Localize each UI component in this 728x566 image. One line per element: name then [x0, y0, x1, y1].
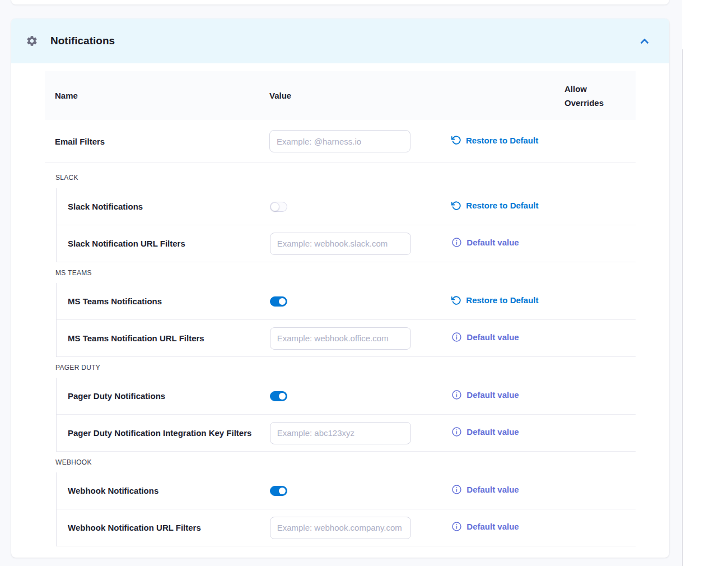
- setting-label: Webhook Notifications: [57, 486, 270, 495]
- action-label: Restore to Default: [466, 201, 538, 210]
- pane-divider: [682, 49, 683, 566]
- webhook-notifications-toggle[interactable]: [270, 486, 287, 496]
- action-label: Default value: [466, 485, 519, 494]
- info-icon: [451, 389, 462, 400]
- setting-label: Slack Notifications: [57, 202, 270, 211]
- setting-row-slack-notifications: Slack Notifications Restore to Default: [57, 188, 636, 225]
- info-icon: [451, 484, 462, 495]
- action-label: Default value: [466, 522, 519, 531]
- default-value-button[interactable]: Default value: [451, 389, 519, 400]
- default-value-button[interactable]: Default value: [451, 426, 519, 437]
- setting-label: MS Teams Notifications: [57, 296, 270, 306]
- restore-to-default-button[interactable]: Restore to Default: [451, 135, 538, 145]
- webhook-url-filters-input[interactable]: [270, 517, 411, 539]
- content-pane: Notifications Name Value Allow Overrides…: [0, 0, 682, 566]
- pager-duty-key-filters-input[interactable]: [270, 422, 411, 444]
- chevron-up-icon: [639, 35, 650, 47]
- default-value-button[interactable]: Default value: [451, 521, 519, 532]
- settings-group-webhook: WEBHOOK Webhook Notifications Default va…: [45, 452, 636, 546]
- info-icon: [451, 332, 462, 342]
- column-header-value: Value: [269, 89, 451, 103]
- slack-notifications-toggle[interactable]: [270, 202, 287, 212]
- setting-label: MS Teams Notification URL Filters: [57, 333, 270, 343]
- action-label: Default value: [466, 238, 519, 247]
- settings-group-pager-duty: PAGER DUTY Pager Duty Notifications Defa…: [45, 357, 636, 452]
- setting-label: Pager Duty Notifications: [57, 391, 270, 401]
- notifications-card: Notifications Name Value Allow Overrides…: [11, 18, 669, 558]
- pager-duty-notifications-toggle[interactable]: [270, 391, 287, 401]
- setting-label: Email Filters: [45, 137, 269, 146]
- email-filters-input[interactable]: [269, 130, 410, 152]
- restore-to-default-button[interactable]: Restore to Default: [451, 295, 538, 305]
- default-value-button[interactable]: Default value: [451, 484, 519, 495]
- slack-url-filters-input[interactable]: [270, 233, 411, 255]
- group-label: MS TEAMS: [45, 262, 636, 283]
- default-value-button[interactable]: Default value: [451, 237, 519, 248]
- action-label: Restore to Default: [466, 136, 538, 145]
- section-title: Notifications: [50, 35, 115, 47]
- action-label: Default value: [466, 332, 519, 342]
- ms-teams-notifications-toggle[interactable]: [270, 296, 287, 307]
- previous-section-card-edge: [11, 0, 669, 4]
- setting-label: Slack Notification URL Filters: [57, 239, 270, 248]
- action-label: Default value: [466, 390, 519, 400]
- gear-icon: [26, 35, 38, 47]
- setting-label: Pager Duty Notification Integration Key …: [57, 428, 270, 438]
- table-header-row: Name Value Allow Overrides: [45, 71, 636, 120]
- action-label: Restore to Default: [466, 295, 538, 305]
- toggle-knob: [279, 488, 286, 494]
- info-icon: [451, 237, 462, 248]
- collapse-section-button[interactable]: [637, 33, 652, 49]
- group-label: PAGER DUTY: [45, 357, 636, 378]
- setting-label: Webhook Notification URL Filters: [57, 523, 270, 532]
- toggle-knob: [279, 393, 286, 400]
- setting-row-webhook-url-filters: Webhook Notification URL Filters Default…: [57, 509, 636, 546]
- restore-icon: [451, 135, 461, 145]
- ms-teams-url-filters-input[interactable]: [270, 327, 411, 350]
- setting-row-ms-teams-notifications: MS Teams Notifications Restore to Defaul…: [57, 283, 636, 320]
- info-icon: [451, 521, 462, 532]
- setting-row-slack-url-filters: Slack Notification URL Filters Default v…: [57, 225, 636, 262]
- setting-row-email-filters: Email Filters Restore to Default: [45, 120, 636, 163]
- setting-row-pager-duty-key-filters: Pager Duty Notification Integration Key …: [57, 415, 636, 452]
- restore-to-default-button[interactable]: Restore to Default: [451, 201, 538, 211]
- setting-row-webhook-notifications: Webhook Notifications Default value: [57, 472, 636, 509]
- settings-table: Name Value Allow Overrides Email Filters…: [11, 63, 669, 556]
- setting-row-ms-teams-url-filters: MS Teams Notification URL Filters Defaul…: [57, 320, 636, 357]
- group-label: WEBHOOK: [45, 452, 636, 472]
- default-value-button[interactable]: Default value: [451, 332, 519, 342]
- column-header-allow-overrides: Allow Overrides: [564, 82, 636, 110]
- notifications-card-header[interactable]: Notifications: [11, 18, 669, 63]
- info-icon: [451, 426, 462, 437]
- column-header-name: Name: [45, 89, 269, 103]
- toggle-knob: [279, 298, 286, 305]
- settings-group-slack: SLACK Slack Notifications Restore to Def…: [45, 163, 636, 262]
- restore-icon: [451, 201, 461, 211]
- setting-row-pager-duty-notifications: Pager Duty Notifications Default value: [57, 378, 636, 415]
- restore-icon: [451, 295, 461, 305]
- action-label: Default value: [466, 427, 519, 437]
- settings-group-ms-teams: MS TEAMS MS Teams Notifications Restore …: [45, 262, 636, 357]
- group-label: SLACK: [45, 163, 636, 188]
- toggle-knob: [270, 202, 279, 211]
